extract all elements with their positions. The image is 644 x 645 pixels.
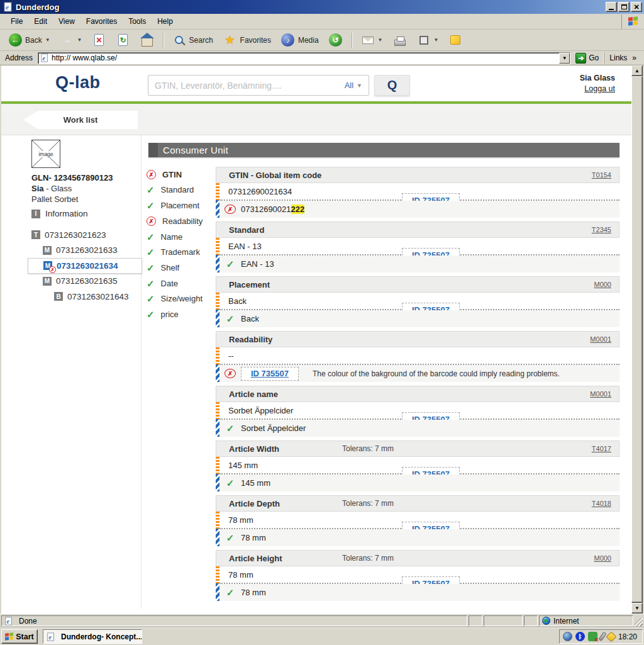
- user-name: Sia Glass: [580, 74, 615, 82]
- logout-link[interactable]: Logga ut: [584, 84, 615, 93]
- inspection-id-button[interactable]: ID 735507: [241, 367, 299, 381]
- scroll-up-icon[interactable]: ▲: [631, 65, 643, 76]
- checklist-label: Shelf: [161, 263, 180, 272]
- validation-value: 07312690021222: [241, 205, 304, 214]
- forward-button[interactable]: →▼: [56, 31, 87, 50]
- title-bar: e Dunderdog ✕: [0, 0, 644, 14]
- menu-file[interactable]: File: [5, 15, 28, 28]
- menu-favorites[interactable]: Favorites: [80, 15, 123, 28]
- go-button[interactable]: ➔ Go: [570, 53, 604, 64]
- section-standard: StandardT2345EAN - 13ID 735507✓EAN - 13: [216, 222, 619, 272]
- history-button[interactable]: ↺: [325, 31, 347, 50]
- print-button[interactable]: [389, 31, 411, 50]
- address-dropdown-icon[interactable]: ▼: [559, 53, 570, 64]
- resize-grip[interactable]: [635, 618, 643, 626]
- menu-edit[interactable]: Edit: [28, 15, 53, 28]
- checklist-item-placement: ✓Placement: [147, 200, 213, 211]
- media-icon: ♪: [281, 33, 295, 47]
- edit-button[interactable]: ▼: [413, 31, 443, 50]
- checklist-item-date: ✓Date: [147, 278, 213, 289]
- vertical-scrollbar[interactable]: ▲ ▼: [631, 65, 643, 614]
- alert-icon[interactable]: [606, 631, 616, 642]
- bluetooth-icon[interactable]: ᛒ: [575, 632, 585, 641]
- favorites-button[interactable]: ★Favorites: [219, 31, 275, 50]
- edit-icon: [417, 33, 431, 47]
- section-code-link[interactable]: M0001: [590, 335, 611, 343]
- back-label: Back: [25, 36, 42, 45]
- stop-button[interactable]: ✕: [88, 31, 111, 50]
- back-button[interactable]: ←Back▼: [4, 31, 55, 50]
- menu-view[interactable]: View: [53, 15, 80, 28]
- checklist-label: Standard: [161, 185, 194, 194]
- network-icon[interactable]: [563, 632, 572, 641]
- image-label: image: [32, 140, 60, 167]
- menu-help[interactable]: Help: [152, 15, 179, 28]
- search-filter-dropdown[interactable]: All ▼: [345, 81, 369, 90]
- validation-value: 78 mm: [241, 588, 266, 597]
- section-code-link[interactable]: M000: [594, 554, 611, 562]
- address-field[interactable]: e ▼: [38, 52, 570, 64]
- checklist-item-gtin: ✗GTIN: [147, 169, 213, 180]
- supplier-value: EAN - 13: [228, 242, 262, 251]
- search-button[interactable]: Search: [168, 31, 218, 50]
- validation-value-row: ✓Sorbet Äppelcider: [219, 420, 619, 437]
- section-title: Article Height: [229, 554, 282, 563]
- section-code-link[interactable]: M0001: [590, 390, 611, 398]
- search-label: Search: [189, 36, 213, 45]
- tree-item-0731263021635[interactable]: M0731263021635: [28, 274, 142, 289]
- close-button[interactable]: ✕: [631, 2, 642, 12]
- maximize-button[interactable]: [618, 2, 630, 12]
- checklist-item-price: ✓price: [147, 309, 213, 320]
- search-submit-button[interactable]: Q: [374, 75, 410, 96]
- chevron-down-icon: ▼: [434, 37, 439, 43]
- section-code-link[interactable]: T0154: [592, 171, 611, 179]
- offline-status-icon[interactable]: [588, 632, 597, 641]
- refresh-button[interactable]: ↻: [112, 31, 135, 50]
- task-label: Dunderdog- Koncept...: [61, 632, 142, 641]
- tree-item-0731263021643[interactable]: B0731263021643: [28, 289, 142, 305]
- taskbar-task-button[interactable]: e Dunderdog- Koncept...: [43, 629, 142, 644]
- checklist-label: Trademark: [161, 247, 200, 257]
- messenger-button[interactable]: [444, 31, 467, 50]
- section-code-link[interactable]: M000: [594, 281, 611, 288]
- column-divider: [141, 135, 142, 609]
- mail-button[interactable]: ▼: [357, 31, 387, 50]
- check-icon: ✓: [147, 201, 155, 210]
- tree-item-0731263021634[interactable]: M✗0731263021634: [28, 258, 142, 274]
- error-icon: ✗: [225, 205, 236, 214]
- tree-item-label: 0731263021623: [45, 230, 106, 240]
- taskbar: Start e Dunderdog- Koncept... ᛒ 18:20: [0, 627, 644, 645]
- tree-item-0731263021633[interactable]: M0731263021633: [28, 243, 142, 259]
- checklist-label: Date: [161, 279, 178, 288]
- tolerance-label: Tolerans: 7 mm: [342, 444, 394, 453]
- task-icon: e: [47, 632, 55, 641]
- information-link[interactable]: I Information: [31, 209, 88, 218]
- links-label: Links: [609, 53, 627, 62]
- section-code-link[interactable]: T2345: [592, 226, 611, 233]
- tolerance-label: Tolerans: 7 mm: [342, 554, 394, 563]
- scrollbar-thumb[interactable]: [631, 76, 643, 603]
- menu-tools[interactable]: Tools: [123, 15, 152, 28]
- section-body: 07312690021634ID 735507✗07312690021222: [216, 183, 619, 218]
- links-toolbar[interactable]: Links »: [604, 52, 641, 64]
- tree-item-0731263021623[interactable]: T0731263021623: [28, 227, 142, 243]
- section-code-link[interactable]: T4018: [592, 500, 611, 507]
- section-code-link[interactable]: T4017: [592, 445, 611, 452]
- stylus-icon[interactable]: [598, 632, 607, 642]
- media-button[interactable]: ♪Media: [277, 31, 323, 50]
- address-input[interactable]: [52, 53, 559, 62]
- menu-items: FileEditViewFavoritesToolsHelp: [5, 15, 179, 28]
- section-title: Article Depth: [229, 499, 280, 508]
- supplier-value: Sorbet Äppelcider: [228, 406, 293, 415]
- validation-message: The colour of the bakground of the barco…: [313, 369, 560, 378]
- b-level-icon: B: [54, 292, 63, 301]
- search-input[interactable]: [148, 81, 345, 91]
- worklist-tab[interactable]: Work list: [23, 111, 138, 129]
- minimize-button[interactable]: [606, 2, 617, 12]
- start-button[interactable]: Start: [1, 629, 38, 644]
- error-badge-icon: ✗: [49, 266, 56, 273]
- scroll-down-icon[interactable]: ▼: [631, 603, 643, 614]
- home-button[interactable]: [136, 31, 158, 50]
- checklist-label: Name: [161, 232, 183, 242]
- search-icon: [172, 33, 186, 47]
